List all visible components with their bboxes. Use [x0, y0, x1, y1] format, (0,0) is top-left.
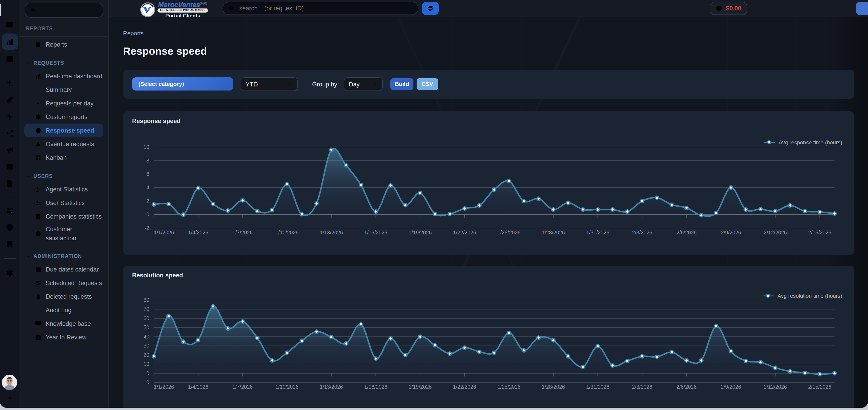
svg-text:2/9/2026: 2/9/2026 — [721, 230, 741, 236]
rail-automation-button[interactable] — [0, 108, 20, 124]
sidebar-item-custom-reports[interactable]: Custom reports — [24, 110, 103, 123]
sidebar-search-input[interactable] — [25, 3, 103, 18]
svg-text:50: 50 — [144, 324, 149, 330]
chevron-down-icon — [26, 174, 31, 178]
rail-link-button[interactable] — [0, 91, 20, 108]
svg-text:-2: -2 — [145, 225, 149, 231]
select-category-button[interactable]: (Select category) — [132, 78, 234, 90]
group-by-select[interactable]: Day — [344, 78, 383, 91]
svg-text:10: 10 — [144, 144, 149, 150]
rail-user-avatar[interactable] — [2, 375, 17, 390]
rail-reports-button[interactable] — [2, 33, 18, 50]
avatar — [2, 375, 17, 390]
rail-sparkles-button[interactable] — [0, 75, 20, 91]
svg-text:1/10/2026: 1/10/2026 — [276, 230, 299, 236]
svg-text:6: 6 — [146, 171, 149, 177]
sidebar-item-deleted-requests[interactable]: Deleted requests — [24, 290, 103, 303]
new-request-button[interactable]: New request — [856, 2, 868, 15]
smile-icon — [35, 230, 41, 237]
svg-text:2/3/2026: 2/3/2026 — [632, 230, 652, 236]
sidebar-search — [25, 3, 103, 18]
file-icon — [35, 41, 41, 48]
svg-text:1/22/2026: 1/22/2026 — [453, 384, 476, 390]
rail-settings-button[interactable] — [0, 265, 20, 281]
refresh-button[interactable] — [422, 2, 439, 15]
svg-text:1/4/2026: 1/4/2026 — [188, 384, 209, 390]
logo-brand: MarocVentesSARL — [158, 1, 207, 8]
svg-text:1/28/2026: 1/28/2026 — [542, 230, 565, 236]
group-by-label: Group by: — [312, 70, 339, 99]
topbar-menu-button[interactable] — [126, 4, 136, 13]
svg-text:2/3/2026: 2/3/2026 — [632, 384, 652, 390]
sidebar-item-agent-statistics[interactable]: Agent Statistics — [24, 182, 103, 196]
sidebar-item-requests-per-day[interactable]: Requests per day — [24, 96, 103, 110]
section-header-users[interactable]: USERS — [20, 170, 108, 182]
date-range-select[interactable]: YTD — [241, 78, 298, 91]
sidebar-item-response-speed[interactable]: Response speed — [24, 123, 103, 137]
rail-inbox-button[interactable] — [0, 158, 20, 175]
sidebar-divider — [20, 36, 108, 37]
global-search-input[interactable] — [222, 2, 418, 15]
svg-text:70: 70 — [144, 306, 149, 312]
balance-button[interactable]: $0.00 — [710, 2, 747, 15]
section-header-reports: REPORTS — [20, 22, 108, 35]
app-window: REPORTS Reports REQUESTS Real-time dashb… — [0, 0, 868, 408]
svg-text:0: 0 — [146, 371, 149, 376]
sidebar-item-audit-log[interactable]: Audit Log — [24, 303, 103, 317]
balance-amount: $0.00 — [726, 5, 741, 12]
svg-text:2: 2 — [146, 198, 149, 204]
breadcrumb[interactable]: Reports — [123, 30, 144, 37]
rail-calendar-button[interactable] — [0, 50, 20, 66]
svg-text:4: 4 — [146, 185, 149, 191]
sidebar-item-reports[interactable]: Reports — [24, 37, 103, 51]
build-button[interactable]: Build — [390, 78, 414, 90]
refresh-icon — [427, 5, 434, 12]
sidebar-item-due-dates-calendar[interactable]: Due dates calendar — [24, 262, 103, 276]
rail-billing-button[interactable] — [0, 219, 20, 235]
rail-knowledge-button[interactable] — [0, 17, 20, 33]
svg-text:20: 20 — [144, 352, 149, 358]
section-header-requests[interactable]: REQUESTS — [20, 57, 108, 69]
svg-text:2/9/2026: 2/9/2026 — [721, 384, 741, 390]
bar-chart-icon — [5, 37, 14, 46]
screen: REPORTS Reports REQUESTS Real-time dashb… — [0, 0, 868, 410]
grid-icon — [35, 154, 41, 161]
csv-button[interactable]: CSV — [416, 78, 438, 90]
gear-icon — [5, 269, 14, 277]
rail-share-button[interactable] — [0, 125, 20, 141]
sidebar-item-overdue-requests[interactable]: Overdue requests — [24, 137, 103, 151]
sidebar-item-year-in-review[interactable]: Year In Review — [24, 330, 103, 344]
sidebar-item-companies-statistics[interactable]: Companies statistics — [24, 209, 103, 223]
icon-rail — [0, 0, 20, 408]
rail-store-button[interactable] — [0, 236, 20, 252]
sidebar-item-kanban[interactable]: Kanban — [24, 151, 103, 164]
book-icon — [5, 21, 14, 29]
logo-emblem-icon — [140, 2, 155, 17]
section-header-administration[interactable]: ADMINISTRATION — [20, 250, 108, 262]
rail-announcements-button[interactable] — [0, 142, 20, 158]
sidebar-item-summary[interactable]: Summary — [24, 83, 103, 96]
rail-documents-button[interactable] — [0, 175, 20, 192]
logo[interactable]: MarocVentesSARL LES MEILLEURS PRIX AU MA… — [140, 1, 208, 19]
rail-assets-button[interactable] — [0, 202, 20, 218]
sidebar-item-knowledge-base[interactable]: Knowledge base — [24, 317, 103, 330]
svg-text:1/10/2026: 1/10/2026 — [276, 384, 299, 390]
svg-text:30: 30 — [144, 343, 149, 349]
filter-bar: (Select category) YTD Group by: Day Buil… — [123, 70, 855, 99]
rail-menu-button[interactable] — [0, 0, 20, 16]
plus-icon — [862, 5, 866, 11]
sidebar-item-realtime-dashboard[interactable]: Real-time dashboard — [24, 69, 103, 83]
book-icon — [35, 320, 41, 327]
sidebar-item-scheduled-requests[interactable]: Scheduled Requests — [24, 276, 103, 290]
svg-text:2/6/2026: 2/6/2026 — [677, 230, 697, 236]
rail-divider — [3, 70, 16, 71]
sidebar-collapse-button[interactable] — [6, 394, 13, 402]
svg-text:1/31/2026: 1/31/2026 — [586, 384, 609, 390]
calendar-icon — [5, 54, 14, 63]
svg-text:1/19/2026: 1/19/2026 — [409, 384, 432, 390]
svg-text:1/22/2026: 1/22/2026 — [453, 230, 476, 236]
link-icon — [5, 95, 14, 104]
sidebar-item-user-statistics[interactable]: User Statistics — [24, 196, 103, 209]
megaphone-icon — [5, 146, 14, 154]
sidebar-item-customer-satisfaction[interactable]: Customer satisfaction — [24, 223, 103, 244]
